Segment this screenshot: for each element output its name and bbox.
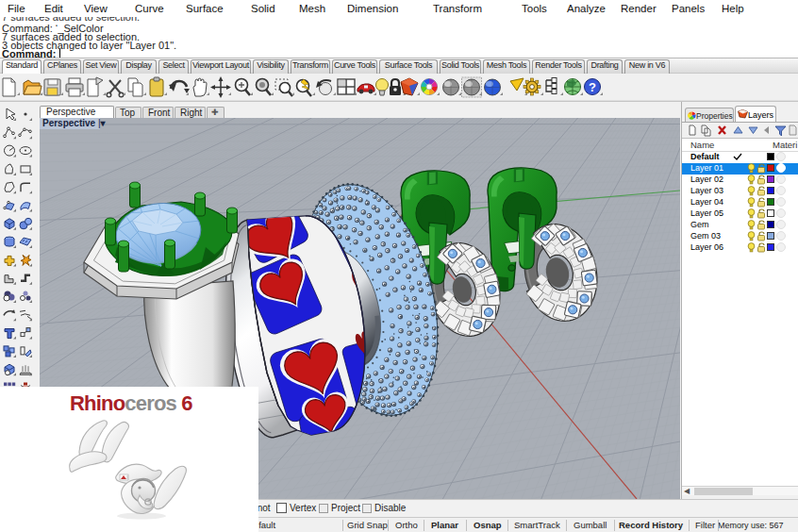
svg-text:?: ?: [589, 80, 596, 94]
